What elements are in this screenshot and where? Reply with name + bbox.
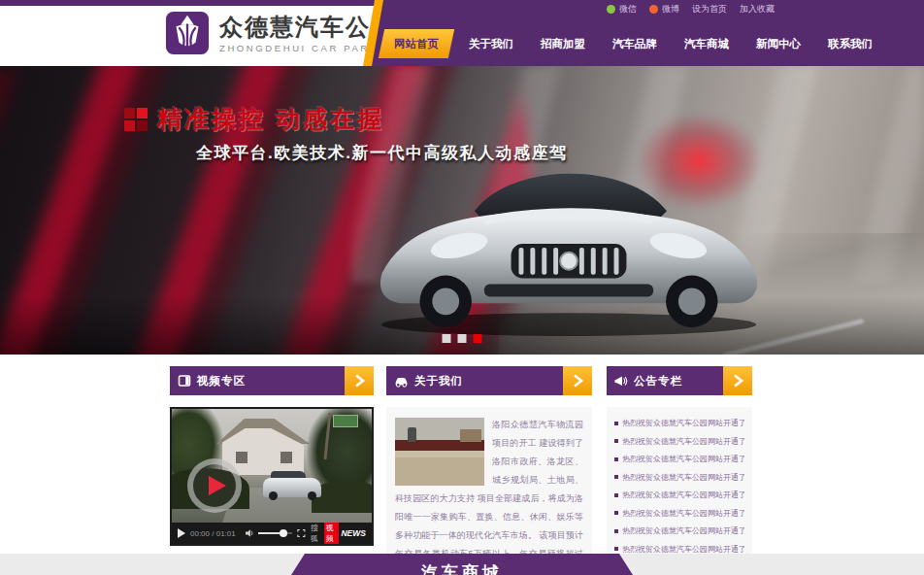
nav-item-brands[interactable]: 汽车品牌	[599, 29, 671, 58]
about-panel-header: 关于我们	[386, 366, 592, 395]
notice-list-item[interactable]: 热烈祝贺众德慧汽车公园网站开通了！	[614, 454, 744, 464]
content-section: 视频专区	[0, 355, 924, 542]
car-wheel	[269, 491, 278, 500]
carousel-dot-1[interactable]	[443, 334, 451, 343]
notice-list-item[interactable]: 热烈祝贺众德慧汽车公园网站开通了！	[614, 544, 744, 555]
logo-icon	[165, 11, 210, 55]
video-panel: 视频专区	[170, 366, 374, 546]
video-panel-title: 视频专区	[197, 374, 246, 389]
footer-section: 汽车商城	[0, 554, 924, 575]
notice-list: 热烈祝贺众德慧汽车公园网站开通了！ 热烈祝贺众德慧汽车公园网站开通了！ 热烈祝贺…	[607, 407, 752, 572]
about-content: 洛阳众德慧汽车物流园项目的开工 建设得到了洛阳市政府、洛龙区、城乡规划局、土地局…	[386, 407, 592, 575]
carousel-dots	[443, 334, 482, 343]
car-wheel	[308, 491, 316, 500]
nav-item-about[interactable]: 关于我们	[455, 29, 527, 58]
notice-panel-more-button[interactable]	[723, 366, 752, 395]
set-home-label: 设为首页	[692, 3, 727, 16]
video-time: 00:00 / 01:01	[190, 529, 236, 538]
street-sign-image	[333, 415, 358, 427]
notice-panel: 公告专栏 热烈祝贺众德慧汽车公园网站开通了！ 热烈祝贺众德慧汽车公园网站开通了！…	[607, 366, 752, 572]
wechat-label: 微信	[619, 3, 637, 16]
footer-section-title: 汽车商城	[421, 561, 503, 575]
about-photo	[395, 418, 484, 486]
notice-list-item[interactable]: 热烈祝贺众德慧汽车公园网站开通了！	[614, 508, 744, 519]
fullscreen-icon[interactable]	[297, 528, 306, 538]
nav-area: 微信 微博 设为首页 加入收藏 网站首页 关于我们 招商加盟 汽车品牌 汽车商城	[362, 0, 924, 66]
main-nav: 网站首页 关于我们 招商加盟 汽车品牌 汽车商城 新闻中心 联系我们	[381, 27, 886, 60]
carousel-dot-2[interactable]	[458, 334, 467, 343]
video-panel-header: 视频专区	[170, 366, 374, 395]
weibo-link[interactable]: 微博	[649, 3, 679, 16]
house-window	[280, 452, 292, 463]
notice-list-item[interactable]: 热烈祝贺众德慧汽车公园网站开通了！	[614, 418, 744, 428]
wechat-link[interactable]: 微信	[607, 3, 637, 16]
video-player: 00:00 / 01:01 搜狐 视频 NEWS	[170, 407, 374, 546]
nav-item-contact[interactable]: 联系我们	[814, 29, 886, 58]
notice-list-item[interactable]: 热烈祝贺众德慧汽车公园网站开通了！	[614, 490, 744, 500]
red-squares-icon	[124, 108, 148, 131]
add-favorite-label: 加入收藏	[740, 3, 775, 16]
photo-statue	[408, 427, 416, 442]
nav-item-news[interactable]: 新闻中心	[742, 29, 814, 58]
hero-banner: 精准操控 动感在握 全球平台.欧美技术.新一代中高级私人动感座驾	[0, 66, 924, 355]
footer-section-banner: 汽车商城	[291, 554, 633, 575]
photo-building	[460, 429, 481, 442]
hero-headline: 精准操控 动感在握	[157, 103, 384, 135]
brand-video-badge: 视频	[324, 523, 340, 544]
set-home-link[interactable]: 设为首页	[692, 3, 727, 16]
video-panel-more-button[interactable]	[345, 366, 374, 395]
video-controls: 00:00 / 01:01 搜狐 视频 NEWS	[172, 523, 372, 544]
nav-item-mall[interactable]: 汽车商城	[671, 29, 742, 58]
page: 众德慧汽车公园 ZHONGDEHUI CAR PARK 微信 微博 设为首页	[0, 0, 924, 575]
topbar-links: 微信 微博 设为首页 加入收藏	[607, 3, 775, 16]
about-panel-title: 关于我们	[414, 374, 463, 389]
notice-list-item[interactable]: 热烈祝贺众德慧汽车公园网站开通了！	[614, 472, 744, 483]
video-icon	[178, 374, 191, 388]
notice-list-item[interactable]: 热烈祝贺众德慧汽车公园网站开通了！	[614, 525, 744, 536]
about-panel-more-button[interactable]	[563, 366, 592, 395]
volume-icon[interactable]	[246, 528, 254, 538]
video-brand: 搜狐 视频 NEWS	[311, 523, 366, 544]
weibo-icon	[649, 5, 658, 14]
car-icon	[394, 375, 409, 388]
carousel-dot-3[interactable]	[474, 334, 482, 343]
play-button[interactable]	[178, 528, 185, 538]
house-window	[236, 452, 248, 463]
brand-sohu-label: 搜狐	[311, 523, 322, 544]
hero-red-flare	[636, 113, 762, 210]
megaphone-icon	[614, 375, 628, 388]
add-favorite-link[interactable]: 加入收藏	[740, 3, 775, 16]
hero-caption: 精准操控 动感在握 全球平台.欧美技术.新一代中高级私人动感座驾	[124, 103, 567, 164]
nav-item-join[interactable]: 招商加盟	[527, 29, 599, 58]
notice-list-item[interactable]: 热烈祝贺众德慧汽车公园网站开通了！	[614, 436, 744, 447]
chevron-right-icon	[731, 373, 744, 389]
hero-subline: 全球平台.欧美技术.新一代中高级私人动感座驾	[196, 142, 567, 164]
chevron-right-icon	[352, 373, 366, 389]
notice-panel-title: 公告专栏	[634, 374, 682, 389]
about-panel: 关于我们 洛阳众德慧汽车物流园项目的开工 建设得到了洛阳市政府、洛龙区、城乡规划…	[386, 366, 592, 575]
volume-slider[interactable]	[258, 532, 292, 534]
header: 众德慧汽车公园 ZHONGDEHUI CAR PARK 微信 微博 设为首页	[0, 0, 924, 66]
notice-panel-header: 公告专栏	[607, 366, 752, 395]
nav-item-home[interactable]: 网站首页	[379, 29, 454, 58]
wechat-icon	[607, 5, 615, 14]
play-overlay-button[interactable]	[187, 458, 242, 513]
weibo-label: 微博	[662, 3, 679, 16]
brand-news-label: NEWS	[341, 528, 366, 538]
video-thumbnail[interactable]	[172, 409, 372, 523]
chevron-right-icon	[571, 373, 584, 389]
